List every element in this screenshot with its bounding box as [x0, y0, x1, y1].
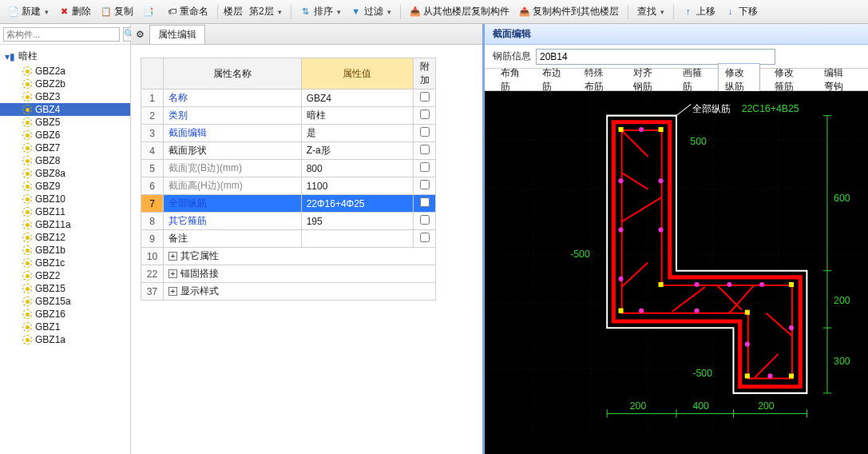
prop-value[interactable]: GBZ4	[301, 90, 413, 107]
prop-extra[interactable]	[414, 125, 436, 142]
prop-extra[interactable]	[414, 90, 436, 107]
prop-name[interactable]: 截面编辑	[164, 125, 302, 142]
layer-select[interactable]: 第2层	[246, 3, 285, 20]
prop-name[interactable]: +锚固搭接	[164, 265, 436, 283]
property-row[interactable]: 22+锚固搭接	[141, 265, 436, 283]
extra-checkbox[interactable]	[420, 127, 430, 137]
property-row[interactable]: 6截面高(H边)(mm)1100	[141, 177, 436, 195]
property-row[interactable]: 10+其它属性	[141, 248, 436, 265]
delete-button[interactable]: ✖删除	[55, 3, 94, 20]
prop-name[interactable]: 名称	[164, 90, 302, 107]
tree-item[interactable]: GBZ8	[0, 154, 130, 167]
tree-item[interactable]: GBZ1	[0, 321, 130, 333]
property-row[interactable]: 2类别暗柱	[141, 107, 436, 125]
rebar-input[interactable]	[536, 49, 775, 65]
filter-button[interactable]: ▼过滤	[347, 3, 394, 20]
tree-item[interactable]: GBZ11	[0, 205, 130, 218]
section-canvas[interactable]: 全部纵筋 22C16+4B25 500 -500 600 200 300 200…	[485, 91, 868, 454]
prop-value[interactable]: 是	[301, 125, 413, 142]
expand-icon[interactable]: +	[168, 287, 177, 296]
prop-name[interactable]: 截面宽(B边)(mm)	[164, 160, 302, 177]
prop-value[interactable]: Z-a形	[301, 142, 413, 160]
prop-name[interactable]: 截面高(H边)(mm)	[164, 177, 302, 195]
tree-item[interactable]: GBZ9	[0, 180, 130, 193]
row-number: 2	[141, 107, 164, 125]
prop-name[interactable]: +其它属性	[164, 248, 436, 265]
prop-extra[interactable]	[414, 160, 436, 177]
tree-item[interactable]: GBZ3	[0, 90, 130, 103]
tree-item[interactable]: GBZ1b	[0, 244, 130, 257]
copy-button[interactable]: 📋复制	[97, 3, 137, 20]
move-down-button[interactable]: ↓下移	[722, 3, 761, 20]
component-tree[interactable]: ▾▮ 暗柱 GBZ2aGBZ2bGBZ3GBZ4GBZ5GBZ6GBZ7GBZ8…	[0, 45, 130, 454]
property-row[interactable]: 5截面宽(B边)(mm)800	[141, 160, 436, 177]
prop-value[interactable]	[301, 230, 413, 248]
prop-name[interactable]: 全部纵筋	[164, 195, 302, 213]
search-input[interactable]	[3, 27, 120, 42]
prop-extra[interactable]	[414, 230, 436, 248]
find-button[interactable]: 查找	[634, 3, 668, 20]
extra-checkbox[interactable]	[420, 162, 430, 172]
prop-value[interactable]: 22Φ16+4Φ25	[301, 195, 413, 213]
tree-item[interactable]: GBZ8a	[0, 167, 130, 180]
tree-item[interactable]: GBZ4	[0, 103, 130, 116]
property-row[interactable]: 37+显示样式	[141, 283, 436, 301]
sort-button[interactable]: ⇅排序	[297, 3, 344, 20]
property-table[interactable]: 属性名称 属性值 附加 1名称GBZ42类别暗柱3截面编辑是4截面形状Z-a形5…	[141, 58, 436, 301]
tree-item[interactable]: GBZ15	[0, 282, 130, 295]
tree-item[interactable]: GBZ16	[0, 308, 130, 321]
tree-item[interactable]: GBZ12	[0, 231, 130, 244]
rename-button[interactable]: 🏷重命名	[163, 3, 212, 20]
tree-item[interactable]: GBZ1a	[0, 333, 130, 346]
extra-checkbox[interactable]	[420, 197, 430, 207]
property-row[interactable]: 4截面形状Z-a形	[141, 142, 436, 160]
gear-icon[interactable]: ⚙	[136, 29, 145, 40]
prop-name[interactable]: +显示样式	[164, 283, 436, 301]
tab-property-editor[interactable]: 属性编辑	[149, 25, 205, 44]
tree-item[interactable]: GBZ2a	[0, 65, 130, 78]
prop-name[interactable]: 备注	[164, 230, 302, 248]
extra-checkbox[interactable]	[420, 145, 430, 154]
prop-extra[interactable]	[414, 213, 436, 230]
paste-button[interactable]: 📑	[140, 5, 160, 19]
property-row[interactable]: 3截面编辑是	[141, 125, 436, 142]
property-row[interactable]: 9备注	[141, 230, 436, 248]
extra-checkbox[interactable]	[420, 233, 430, 242]
tree-item[interactable]: GBZ6	[0, 129, 130, 141]
prop-value[interactable]: 1100	[301, 177, 413, 195]
copy-to-layer-button[interactable]: 📤复制构件到其他楼层	[516, 3, 622, 20]
prop-value[interactable]: 暗柱	[301, 107, 413, 125]
tree-item[interactable]: GBZ2	[0, 269, 130, 282]
new-button[interactable]: 📄新建	[5, 3, 52, 20]
prop-value[interactable]: 195	[301, 213, 413, 230]
prop-name[interactable]: 截面形状	[164, 142, 302, 160]
prop-extra[interactable]	[414, 177, 436, 195]
tree-item[interactable]: GBZ5	[0, 116, 130, 129]
tree-root[interactable]: ▾▮ 暗柱	[0, 48, 130, 65]
svg-rect-19	[618, 127, 623, 132]
bullet-icon	[22, 297, 32, 306]
property-row[interactable]: 7全部纵筋22Φ16+4Φ25	[141, 195, 436, 213]
move-up-button[interactable]: ↑上移	[680, 3, 719, 20]
prop-extra[interactable]	[414, 107, 436, 125]
prop-name[interactable]: 其它箍筋	[164, 213, 302, 230]
prop-extra[interactable]	[414, 142, 436, 160]
prop-name[interactable]: 类别	[164, 107, 302, 125]
tree-item[interactable]: GBZ15a	[0, 295, 130, 308]
extra-checkbox[interactable]	[420, 180, 430, 189]
tree-item[interactable]: GBZ1c	[0, 257, 130, 269]
prop-value[interactable]: 800	[301, 160, 413, 177]
expand-icon[interactable]: +	[168, 269, 177, 278]
extra-checkbox[interactable]	[420, 110, 430, 119]
expand-icon[interactable]: +	[168, 252, 177, 261]
tree-item[interactable]: GBZ11a	[0, 218, 130, 231]
extra-checkbox[interactable]	[420, 215, 430, 225]
property-row[interactable]: 8其它箍筋195	[141, 213, 436, 230]
property-row[interactable]: 1名称GBZ4	[141, 90, 436, 107]
copy-from-layer-button[interactable]: 📥从其他楼层复制构件	[406, 3, 513, 20]
prop-extra[interactable]	[414, 195, 436, 213]
tree-item[interactable]: GBZ2b	[0, 78, 130, 90]
extra-checkbox[interactable]	[420, 92, 430, 102]
tree-item[interactable]: GBZ7	[0, 141, 130, 154]
tree-item[interactable]: GBZ10	[0, 193, 130, 205]
